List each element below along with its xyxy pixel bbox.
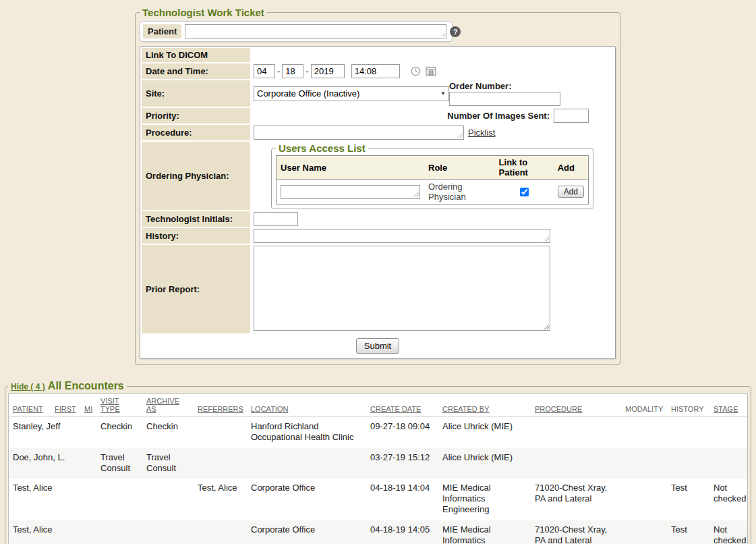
work-ticket-form: Technologist Work Ticket Patient ? Link …: [135, 7, 620, 365]
users-access-list: Users Access List User Name Role Link to…: [271, 142, 593, 209]
date-day-input[interactable]: [282, 64, 303, 78]
col-create-date[interactable]: CREATE DATE: [366, 394, 438, 417]
site-select-wrap: Corporate Office (Inactive): [254, 86, 449, 101]
col-procedure[interactable]: PROCEDURE: [531, 394, 621, 417]
order-number-label: Order Number:: [449, 81, 562, 92]
hide-encounters-link[interactable]: Hide ( 4 ): [11, 382, 45, 391]
col-visit-type[interactable]: VISIT TYPE: [96, 394, 142, 417]
col-location[interactable]: LOCATION: [247, 394, 366, 417]
col-modality: MODALITY: [621, 394, 667, 417]
col-mi[interactable]: MI: [80, 394, 96, 417]
col-user-name: User Name: [277, 156, 425, 180]
col-add: Add: [554, 156, 589, 180]
col-stage[interactable]: STAGE: [709, 394, 747, 417]
encounter-row[interactable]: Test, Alice Test, Alice Corporate Office…: [9, 479, 747, 520]
images-sent-input[interactable]: [554, 109, 589, 123]
patient-search-bar: Patient ?: [140, 21, 453, 42]
encounter-row[interactable]: Stanley, Jeff Checkin Checkin Hanford Ri…: [9, 417, 747, 448]
col-history: HISTORY: [667, 394, 709, 417]
history-label: History:: [142, 228, 250, 244]
time-input[interactable]: [351, 64, 400, 78]
work-ticket-title: Technologist Work Ticket: [140, 7, 267, 18]
add-user-button[interactable]: Add: [558, 186, 584, 198]
page: Technologist Work Ticket Patient ? Link …: [0, 0, 756, 544]
date-month-input[interactable]: [254, 64, 275, 78]
patient-input-wrap: [185, 24, 446, 38]
patient-label: Patient: [143, 24, 181, 38]
col-created-by[interactable]: CREATED BY: [438, 394, 531, 417]
date-separator: -: [277, 66, 281, 76]
calendar-icon[interactable]: [426, 66, 436, 76]
prior-report-textarea[interactable]: [254, 246, 550, 331]
link-to-dicom-label: Link To DICOM: [142, 48, 250, 62]
user-name-input[interactable]: [281, 185, 420, 199]
col-role: Role: [424, 156, 495, 180]
technologist-initials-label: Technologist Initials:: [142, 211, 250, 227]
encounter-row[interactable]: Doe, John, L. Travel Consult Travel Cons…: [9, 448, 747, 479]
priority-label: Priority:: [142, 108, 250, 124]
link-to-patient-checkbox[interactable]: [520, 188, 529, 196]
users-access-row: Ordering Physician Add: [277, 180, 589, 205]
date-year-input[interactable]: [311, 64, 345, 78]
all-encounters-title: All Encounters: [48, 380, 124, 391]
col-first[interactable]: FIRST: [51, 394, 80, 417]
work-ticket-fields: Link To DICOM Date and Time: - -: [140, 46, 616, 359]
help-icon[interactable]: ?: [450, 26, 461, 37]
history-input[interactable]: [254, 229, 550, 243]
clock-icon[interactable]: [411, 66, 421, 76]
order-number-input[interactable]: [449, 92, 560, 106]
submit-button[interactable]: Submit: [356, 338, 399, 354]
role-value: Ordering Physician: [424, 180, 495, 205]
procedure-input[interactable]: [254, 126, 464, 140]
col-archive-as[interactable]: ARCHIVE AS: [142, 394, 194, 417]
ordering-physician-label: Ordering Physician:: [142, 142, 250, 210]
encounters-table: PATIENT FIRST MI VISIT TYPE ARCHIVE AS R…: [9, 394, 747, 544]
site-select[interactable]: Corporate Office (Inactive): [254, 86, 449, 101]
col-patient[interactable]: PATIENT: [9, 394, 51, 417]
col-referrers[interactable]: REFERRERS: [194, 394, 247, 417]
users-access-list-title: Users Access List: [276, 142, 368, 154]
prior-report-label: Prior Report:: [142, 245, 250, 333]
date-separator: -: [305, 66, 309, 76]
all-encounters-section: Hide ( 4 ) All Encounters PATIENT FIRST …: [5, 380, 751, 544]
col-link-to-patient: Link to Patient: [495, 156, 554, 180]
encounters-header-row: PATIENT FIRST MI VISIT TYPE ARCHIVE AS R…: [9, 394, 747, 417]
picklist-link[interactable]: Picklist: [468, 128, 495, 138]
encounters-table-wrap: PATIENT FIRST MI VISIT TYPE ARCHIVE AS R…: [8, 393, 748, 544]
date-time-label: Date and Time:: [142, 63, 250, 79]
patient-input[interactable]: [185, 24, 446, 38]
procedure-label: Procedure:: [142, 125, 250, 140]
site-label: Site:: [142, 80, 250, 107]
encounter-row[interactable]: Test, Alice Corporate Office 04-18-19 14…: [9, 520, 747, 544]
technologist-initials-input[interactable]: [254, 212, 298, 226]
images-sent-label: Number Of Images Sent:: [447, 111, 550, 121]
